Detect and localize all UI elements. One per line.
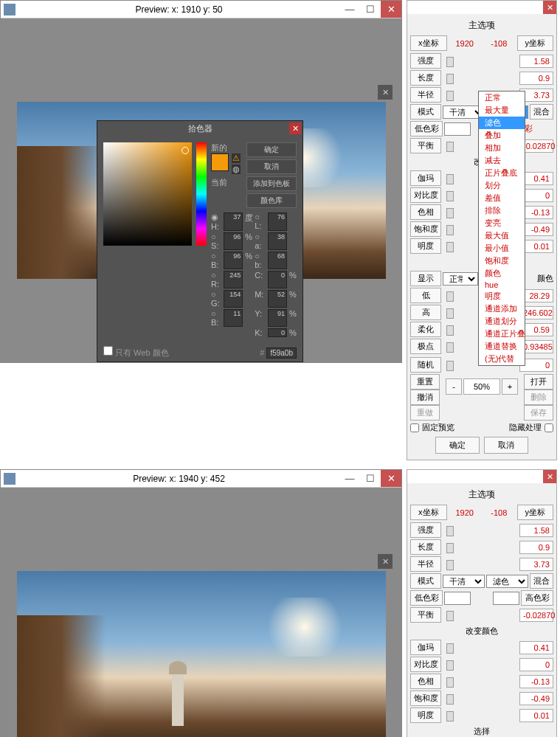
- contrast-value[interactable]: 0: [519, 658, 553, 671]
- dropdown-item[interactable]: 排除: [479, 204, 525, 217]
- radius-value[interactable]: 3.73: [519, 558, 553, 571]
- preview-canvas: ✕ 拾色器 ✕ 新的 ⚠◍ 当前 确定 取: [1, 18, 401, 362]
- dropdown-item[interactable]: 明度: [479, 290, 525, 302]
- gamma-value[interactable]: 0.41: [519, 641, 553, 654]
- close-overlay-icon[interactable]: ✕: [378, 85, 393, 100]
- close-button[interactable]: ✕: [381, 1, 401, 18]
- panel-title: 主选项: [410, 486, 553, 503]
- bright-value[interactable]: 0.01: [519, 709, 553, 722]
- mode-select[interactable]: 干清: [443, 575, 485, 588]
- lowcolor-swatch[interactable]: [444, 122, 471, 136]
- step-plus-button[interactable]: +: [502, 378, 518, 395]
- sat-value[interactable]: -0.49: [519, 692, 553, 705]
- dropdown-item[interactable]: 最大量: [479, 104, 525, 117]
- minimize-button[interactable]: —: [339, 470, 360, 487]
- intensity-value[interactable]: 1.58: [519, 524, 553, 537]
- hue-slider[interactable]: [443, 676, 518, 688]
- length-value[interactable]: 0.9: [519, 541, 553, 554]
- open-button[interactable]: 打开: [524, 374, 553, 390]
- intensity-slider[interactable]: [443, 525, 518, 536]
- hex-field[interactable]: f59a0b: [266, 347, 297, 359]
- mode-label: 模式: [410, 573, 441, 589]
- panel-close-button[interactable]: ✕: [543, 470, 556, 483]
- dropdown-item[interactable]: 颜色: [479, 267, 525, 280]
- radius-slider[interactable]: [443, 558, 518, 570]
- highcolor-label: 高色彩: [521, 590, 553, 606]
- highcolor-swatch[interactable]: [493, 592, 519, 605]
- app-icon: [4, 4, 15, 15]
- minimize-button[interactable]: —: [339, 1, 360, 18]
- intensity-slider[interactable]: [443, 55, 518, 67]
- blend-select[interactable]: 滤色: [486, 575, 528, 588]
- picker-ok-button[interactable]: 确定: [246, 142, 297, 157]
- web-only-checkbox[interactable]: [103, 346, 113, 356]
- picker-title: 拾色器 ✕: [97, 121, 303, 136]
- save-button: 保存: [524, 405, 553, 421]
- dropdown-item[interactable]: 相加: [479, 142, 525, 154]
- warning-icon: ⚠: [232, 153, 241, 163]
- dropdown-item[interactable]: 通道添加: [479, 302, 525, 315]
- dropdown-item[interactable]: 减去: [479, 154, 525, 167]
- maximize-button[interactable]: ☐: [360, 1, 381, 18]
- length-slider[interactable]: [443, 72, 518, 84]
- dropdown-item[interactable]: 差值: [479, 192, 525, 204]
- dropdown-item[interactable]: 通道替换: [479, 340, 525, 353]
- maximize-button[interactable]: ☐: [360, 470, 381, 487]
- x-coord-tab[interactable]: x坐标: [410, 35, 447, 51]
- picker-close-button[interactable]: ✕: [289, 122, 301, 134]
- length-label: 长度: [410, 70, 441, 86]
- step-minus-button[interactable]: -: [446, 378, 462, 395]
- dropdown-item[interactable]: 滤色: [479, 117, 525, 129]
- dropdown-item[interactable]: 划分: [479, 179, 525, 192]
- lowcolor-swatch[interactable]: [444, 592, 471, 605]
- picker-hue-strip[interactable]: [196, 142, 207, 246]
- x-coord-value: 1920: [449, 508, 482, 517]
- x-coord-tab[interactable]: x坐标: [410, 505, 447, 520]
- hue-value[interactable]: -0.13: [519, 675, 553, 688]
- contrast-slider[interactable]: [443, 659, 518, 671]
- gamma-slider[interactable]: [443, 642, 518, 654]
- dropdown-item[interactable]: (无)代替: [479, 353, 525, 365]
- picker-cancel-button[interactable]: 取消: [246, 159, 297, 174]
- close-button[interactable]: ✕: [381, 470, 401, 487]
- cancel-button[interactable]: 取消: [484, 437, 528, 454]
- highcolor-value[interactable]: -0.02870: [519, 609, 553, 622]
- intensity-value[interactable]: 1.58: [519, 55, 553, 68]
- ok-button[interactable]: 确定: [435, 437, 480, 454]
- undo-button[interactable]: 撤消: [410, 390, 440, 405]
- hideproc-checkbox[interactable]: 隐藏处理: [509, 422, 553, 433]
- step-value[interactable]: 50%: [463, 378, 500, 395]
- dropdown-item[interactable]: 最大值: [479, 229, 525, 242]
- display-select[interactable]: 正常: [443, 272, 478, 286]
- picker-addlib-button[interactable]: 添加到色板: [246, 176, 297, 191]
- redo-button: 重做: [410, 405, 440, 421]
- dropdown-item[interactable]: 最小值: [479, 242, 525, 255]
- dropdown-item[interactable]: 通道正片叠: [479, 328, 525, 340]
- blend-dropdown-list[interactable]: 正常最大量滤色叠加相加减去正片叠底划分差值排除变亮最大值最小值饱和度颜色hue明…: [478, 91, 525, 366]
- dropdown-item[interactable]: 变亮: [479, 217, 525, 229]
- picker-color-field[interactable]: [103, 142, 192, 246]
- select-title: 选择: [410, 724, 553, 737]
- sat-slider[interactable]: [443, 693, 518, 705]
- sat-label: 饱和度: [410, 221, 441, 237]
- sat-label: 饱和度: [410, 691, 441, 706]
- panel-close-button[interactable]: ✕: [543, 1, 556, 14]
- dropdown-item[interactable]: 饱和度: [479, 255, 525, 267]
- fixpreview-checkbox[interactable]: 固定预览: [410, 422, 454, 433]
- y-coord-tab[interactable]: y坐标: [517, 505, 554, 520]
- dropdown-item[interactable]: 通道划分: [479, 315, 525, 328]
- dropdown-item[interactable]: hue: [479, 280, 525, 290]
- dropdown-item[interactable]: 正常: [479, 91, 525, 104]
- color-picker-dialog: 拾色器 ✕ 新的 ⚠◍ 当前 确定 取消 添加到色板 颜色库: [97, 120, 303, 362]
- close-overlay-icon[interactable]: ✕: [378, 554, 393, 569]
- length-value[interactable]: 0.9: [519, 72, 553, 85]
- balance-slider[interactable]: [443, 609, 518, 621]
- dropdown-item[interactable]: 叠加: [479, 129, 525, 142]
- reset-button[interactable]: 重置: [410, 374, 440, 390]
- balance-label: 平衡: [410, 138, 441, 153]
- picker-colorlib-button[interactable]: 颜色库: [246, 193, 297, 208]
- dropdown-item[interactable]: 正片叠底: [479, 167, 525, 179]
- bright-slider[interactable]: [443, 710, 518, 722]
- length-slider[interactable]: [443, 541, 518, 553]
- y-coord-tab[interactable]: y坐标: [517, 35, 554, 51]
